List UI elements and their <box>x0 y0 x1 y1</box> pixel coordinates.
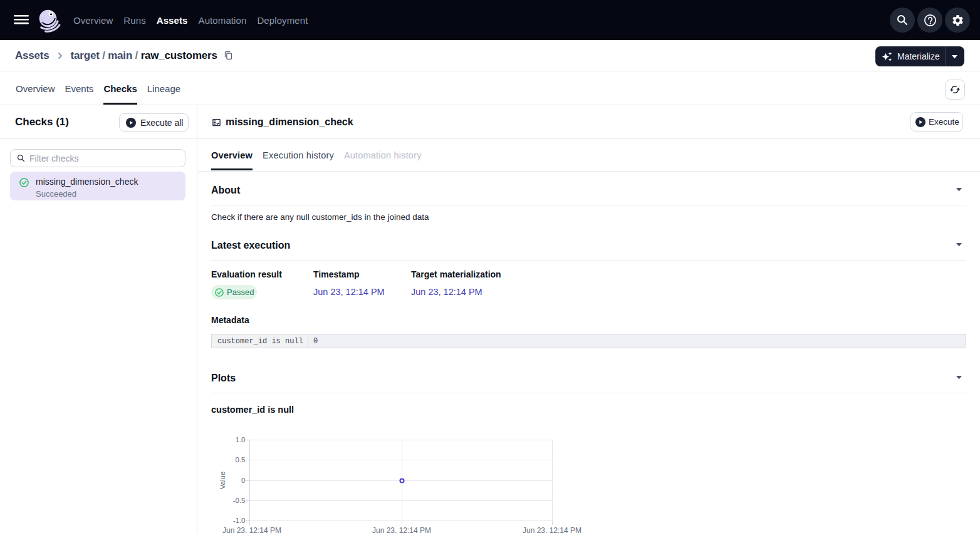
svg-text:-0.5: -0.5 <box>233 497 246 504</box>
svg-text:0.5: 0.5 <box>236 456 246 463</box>
svg-text:Value: Value <box>219 472 226 490</box>
svg-text:Jun 23, 12:14 PM: Jun 23, 12:14 PM <box>523 526 581 533</box>
svg-text:Jun 23, 12:14 PM: Jun 23, 12:14 PM <box>372 526 431 533</box>
svg-text:1.0: 1.0 <box>236 436 246 443</box>
svg-text:-1.0: -1.0 <box>233 517 246 524</box>
svg-text:0: 0 <box>241 477 245 484</box>
svg-text:Jun 23, 12:14 PM: Jun 23, 12:14 PM <box>222 526 281 533</box>
